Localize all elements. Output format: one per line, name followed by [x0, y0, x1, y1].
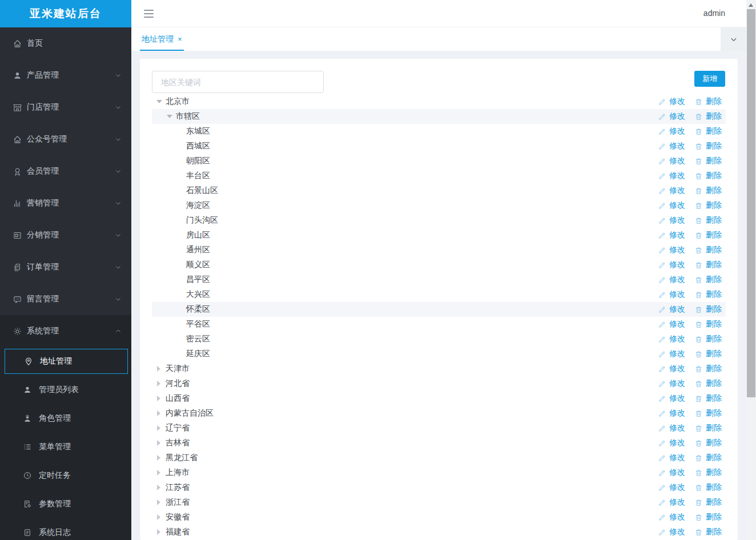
- expand-arrow-icon[interactable]: [156, 470, 162, 475]
- tree-row[interactable]: 内蒙古自治区修改删除: [152, 406, 726, 421]
- expand-arrow-icon[interactable]: [156, 485, 162, 490]
- delete-link[interactable]: 删除: [694, 96, 722, 107]
- region-name[interactable]: 朝阳区: [186, 156, 210, 166]
- edit-link[interactable]: 修改: [658, 334, 685, 344]
- tree-row[interactable]: 辽宁省修改删除: [152, 421, 726, 436]
- tree-row[interactable]: 福建省修改删除: [152, 525, 726, 539]
- tree-row[interactable]: 黑龙江省修改删除: [152, 450, 726, 465]
- edit-link[interactable]: 修改: [658, 527, 685, 537]
- tab-address-management[interactable]: 地址管理 ×: [140, 27, 184, 51]
- delete-link[interactable]: 删除: [694, 497, 722, 507]
- region-name[interactable]: 黑龙江省: [166, 453, 198, 463]
- tree-row[interactable]: 江苏省修改删除: [152, 480, 726, 495]
- region-name[interactable]: 房山区: [186, 230, 210, 240]
- edit-link[interactable]: 修改: [658, 497, 685, 507]
- delete-link[interactable]: 删除: [694, 304, 722, 315]
- edit-link[interactable]: 修改: [658, 156, 685, 166]
- expand-arrow-icon[interactable]: [156, 529, 162, 535]
- tab-list-dropdown-button[interactable]: [721, 27, 746, 51]
- tree-row[interactable]: 大兴区修改删除: [152, 287, 726, 302]
- tree-row[interactable]: 东城区修改删除: [152, 124, 726, 139]
- sidebar-subitem-roles[interactable]: 角色管理: [0, 404, 131, 433]
- edit-link[interactable]: 修改: [658, 482, 685, 493]
- sidebar-item-distribution[interactable]: 分销管理: [0, 219, 131, 251]
- region-name[interactable]: 延庆区: [186, 349, 210, 359]
- sidebar-item-orders[interactable]: 订单管理: [0, 251, 131, 283]
- sidebar-item-wechat[interactable]: 公众号管理: [0, 123, 131, 155]
- collapse-arrow-icon[interactable]: [167, 115, 172, 118]
- edit-link[interactable]: 修改: [658, 364, 685, 374]
- delete-link[interactable]: 删除: [694, 423, 722, 433]
- sidebar-item-stores[interactable]: 门店管理: [0, 91, 131, 123]
- sidebar-subitem-address[interactable]: 地址管理: [5, 349, 128, 374]
- tree-row[interactable]: 延庆区修改删除: [152, 346, 726, 361]
- region-name[interactable]: 上海市: [166, 468, 190, 478]
- tree-row[interactable]: 市辖区修改删除: [152, 109, 726, 124]
- region-name[interactable]: 吉林省: [166, 438, 190, 448]
- user-name[interactable]: admin: [703, 0, 725, 27]
- tree-row[interactable]: 房山区修改删除: [152, 228, 726, 243]
- delete-link[interactable]: 删除: [694, 245, 722, 255]
- edit-link[interactable]: 修改: [658, 304, 685, 315]
- sidebar-subitem-menus[interactable]: 菜单管理: [0, 433, 131, 461]
- edit-link[interactable]: 修改: [658, 378, 685, 389]
- sidebar-subitem-cron[interactable]: 定时任务: [0, 461, 131, 490]
- edit-link[interactable]: 修改: [658, 215, 685, 225]
- expand-arrow-icon[interactable]: [156, 455, 162, 461]
- region-name[interactable]: 丰台区: [186, 171, 210, 181]
- edit-link[interactable]: 修改: [658, 408, 685, 418]
- edit-link[interactable]: 修改: [658, 186, 685, 196]
- tree-row[interactable]: 海淀区修改删除: [152, 198, 726, 213]
- region-name[interactable]: 福建省: [166, 527, 190, 537]
- region-name[interactable]: 山西省: [166, 393, 190, 404]
- delete-link[interactable]: 删除: [694, 468, 722, 478]
- delete-link[interactable]: 删除: [694, 408, 722, 418]
- region-name[interactable]: 辽宁省: [166, 423, 190, 433]
- edit-link[interactable]: 修改: [658, 171, 685, 181]
- delete-link[interactable]: 删除: [694, 230, 722, 240]
- scrollbar-up-arrow-icon[interactable]: [749, 3, 753, 7]
- expand-arrow-icon[interactable]: [156, 499, 162, 505]
- edit-link[interactable]: 修改: [658, 468, 685, 478]
- sidebar-subitem-admins[interactable]: 管理员列表: [0, 376, 131, 404]
- region-name[interactable]: 密云区: [186, 334, 210, 344]
- delete-link[interactable]: 删除: [694, 289, 722, 300]
- delete-link[interactable]: 删除: [694, 275, 722, 285]
- tab-close-icon[interactable]: ×: [178, 35, 182, 43]
- edit-link[interactable]: 修改: [658, 423, 685, 433]
- delete-link[interactable]: 删除: [694, 111, 722, 122]
- delete-link[interactable]: 删除: [694, 527, 722, 537]
- tree-row[interactable]: 上海市修改删除: [152, 465, 726, 480]
- edit-link[interactable]: 修改: [658, 126, 685, 136]
- expand-arrow-icon[interactable]: [156, 440, 162, 446]
- region-name[interactable]: 顺义区: [186, 260, 210, 270]
- delete-link[interactable]: 删除: [694, 260, 722, 270]
- edit-link[interactable]: 修改: [658, 438, 685, 448]
- region-name[interactable]: 西城区: [186, 141, 210, 151]
- delete-link[interactable]: 删除: [694, 512, 722, 522]
- edit-link[interactable]: 修改: [658, 245, 685, 255]
- edit-link[interactable]: 修改: [658, 260, 685, 270]
- region-name[interactable]: 平谷区: [186, 319, 210, 329]
- tree-row[interactable]: 吉林省修改删除: [152, 436, 726, 450]
- tree-row[interactable]: 西城区修改删除: [152, 139, 726, 154]
- edit-link[interactable]: 修改: [658, 289, 685, 300]
- sidebar-item-home[interactable]: 首页: [0, 27, 131, 59]
- delete-link[interactable]: 删除: [694, 141, 722, 151]
- edit-link[interactable]: 修改: [658, 453, 685, 463]
- tree-row[interactable]: 门头沟区修改删除: [152, 213, 726, 228]
- collapse-arrow-icon[interactable]: [156, 100, 162, 103]
- delete-link[interactable]: 删除: [694, 453, 722, 463]
- edit-link[interactable]: 修改: [658, 230, 685, 240]
- delete-link[interactable]: 删除: [694, 156, 722, 166]
- edit-link[interactable]: 修改: [658, 96, 685, 107]
- tree-row[interactable]: 通州区修改删除: [152, 243, 726, 257]
- edit-link[interactable]: 修改: [658, 275, 685, 285]
- region-name[interactable]: 内蒙古自治区: [166, 408, 214, 418]
- edit-link[interactable]: 修改: [658, 512, 685, 522]
- region-name[interactable]: 石景山区: [186, 186, 218, 196]
- sidebar-item-marketing[interactable]: 营销管理: [0, 187, 131, 219]
- page-scrollbar[interactable]: [746, 0, 756, 540]
- tree-row[interactable]: 丰台区修改删除: [152, 168, 726, 183]
- region-name[interactable]: 市辖区: [176, 111, 200, 122]
